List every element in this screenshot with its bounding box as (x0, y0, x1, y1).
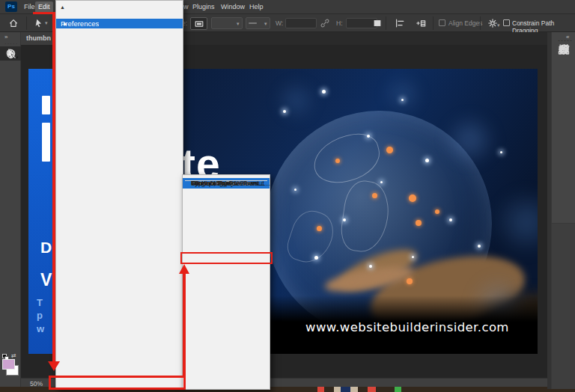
divider (386, 16, 386, 30)
menu-scroll-up-icon[interactable]: ▲ (60, 4, 65, 10)
gear-icon[interactable] (487, 18, 498, 28)
submenu-item-camera-raw[interactable]: Camera Raw... ▶ (183, 178, 270, 189)
tool-preset-icon[interactable] (34, 18, 44, 28)
submenu-arrow-icon: ▶ (64, 21, 67, 26)
menu-edit[interactable]: Edit (35, 1, 53, 13)
preferences-submenu: General... Ctrl+K ▶ Interface... ▶ Works… (182, 174, 270, 390)
collapsed-panels-column: « (551, 32, 575, 389)
panel-channels[interactable] (552, 40, 575, 59)
chevron-down-icon: ▾ (497, 22, 500, 28)
swap-colors-icon[interactable]: ⇄ (11, 352, 16, 359)
align-edges-label: Align Edges (448, 19, 482, 27)
menu-help[interactable]: Help (246, 0, 267, 14)
path-alignment-icon[interactable] (395, 18, 405, 28)
link-dimensions-icon[interactable] (320, 18, 330, 28)
height-label: H: (336, 19, 343, 27)
path-operations-icon[interactable] (372, 18, 383, 28)
divider (480, 16, 481, 30)
constrain-path-checkbox[interactable] (503, 19, 510, 26)
photoshop-window: Ps File Edit w Plugins Window Help ▾ e: … (0, 0, 575, 392)
width-label: W: (276, 19, 283, 27)
annotation-performance-box (180, 252, 273, 264)
expand-panel-icon[interactable]: » (4, 34, 7, 40)
image-url-text: www.websitebuilderinsider.com (305, 320, 509, 334)
divider (433, 16, 433, 30)
tool-edit-toolbar[interactable] (0, 46, 21, 61)
annotation-up-arrowhead (179, 264, 189, 274)
menu-window[interactable]: Window (218, 0, 248, 14)
stroke-style-dropdown[interactable]: ▾ (246, 17, 270, 29)
photoshop-logo-icon[interactable]: Ps (5, 1, 17, 12)
empty-dock-area (552, 223, 575, 389)
annotation-down-line (52, 12, 55, 361)
home-icon[interactable] (8, 18, 19, 28)
path-arrangement-icon[interactable] (416, 18, 426, 28)
rect-mode-icon (194, 19, 204, 29)
annotation-up-line (183, 273, 186, 376)
chevron-down-icon[interactable]: ▾ (45, 20, 48, 26)
shape-mode-button[interactable] (190, 17, 207, 30)
annotation-preferences-box (49, 376, 186, 390)
menu-plugins[interactable]: Plugins (189, 0, 218, 14)
align-edges-checkbox[interactable] (439, 19, 445, 26)
divider (26, 16, 27, 30)
menu-item-preferences[interactable]: Preferences ▶ (56, 19, 183, 28)
edit-dropdown-menu: ▲ Copy Ctrl+C ▶ Copy Merged Shift+Ctrl+C… (55, 0, 183, 390)
width-input[interactable] (285, 18, 317, 28)
annotation-down-arrowhead (48, 361, 60, 371)
fill-dropdown[interactable]: ▾ (211, 17, 243, 29)
foreground-color-swatch[interactable] (2, 359, 15, 370)
panel-dock: « (547, 32, 575, 389)
tools-panel: » ····· ⇄ (0, 32, 21, 389)
